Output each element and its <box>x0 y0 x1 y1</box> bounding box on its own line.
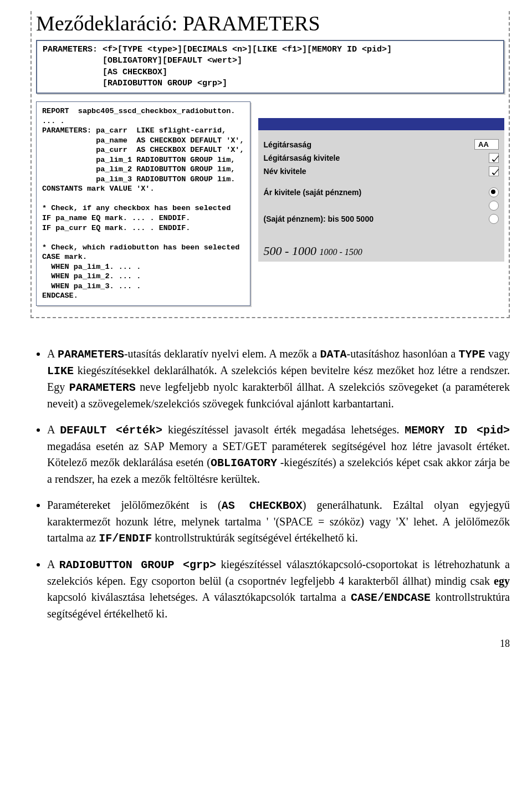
foot-small: 1000 - 1500 <box>319 247 362 257</box>
radio-lim-2[interactable] <box>489 201 499 211</box>
foot-main: 500 - 1000 <box>264 244 320 258</box>
bullet-4: A RADIOBUTTON GROUP <grp> kiegészítéssel… <box>47 556 510 622</box>
checkbox-label-name-output: Név kivitele <box>264 167 489 176</box>
bullet-2: A DEFAULT <érték> kiegészítéssel javasol… <box>47 422 510 487</box>
range-prefix: (Saját pénznem): <box>264 215 328 223</box>
syntax-box: PARAMETERS: <f>[TYPE <type>][DECIMALS <n… <box>36 40 504 94</box>
code-sample: REPORT sapbc405_sscd_checkbox_radiobutto… <box>36 101 250 306</box>
checkbox-name-output[interactable] <box>489 166 499 176</box>
checkbox-carrier-output[interactable] <box>489 153 499 163</box>
range-bis: bis 500 5000 <box>328 215 374 223</box>
radio-label-range: (Saját pénznem): bis 500 5000 <box>264 215 489 223</box>
radio-lim-3[interactable] <box>489 214 499 224</box>
foot-range: 500 - 1000 1000 - 1500 <box>258 244 504 262</box>
checkbox-label-carrier-output: Légitársaság kivitele <box>264 154 489 162</box>
page-title: Meződeklaráció: PARAMETERS <box>36 11 504 35</box>
bullet-1: A PARAMETERS-utasítás deklaratív nyelvi … <box>47 346 510 412</box>
radio-label-price: Ár kivitele (saját pénznem) <box>264 188 489 197</box>
sap-titlebar <box>258 118 504 130</box>
carrier-input[interactable]: AA <box>474 139 499 150</box>
page-number: 18 <box>500 638 510 650</box>
radio-lim-1[interactable] <box>489 187 499 197</box>
field-label-carrier: Légitársaság <box>264 140 474 149</box>
bullet-3: Paramétereket jelölőmezőként is (AS CHEC… <box>47 497 510 547</box>
sap-selection-screen: Légitársaság AA Légitársaság kivitele Né… <box>258 118 504 262</box>
